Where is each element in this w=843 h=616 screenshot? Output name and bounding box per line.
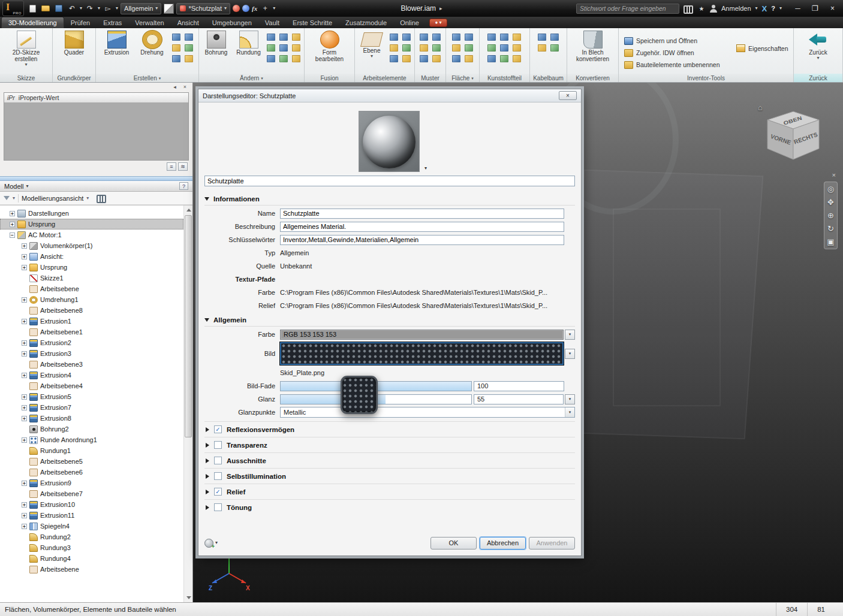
material-dropdown[interactable]: Allgemein▾ xyxy=(121,3,161,14)
tree-expand-toggle[interactable] xyxy=(22,535,27,540)
collapse-triangle-icon[interactable] xyxy=(204,318,209,322)
maximize-button[interactable]: ❐ xyxy=(807,2,823,14)
qat-customize-caret-icon[interactable]: ▾ xyxy=(273,6,275,11)
tree-item[interactable]: Runde Anordnung1 xyxy=(0,434,183,445)
panel-label-fusion[interactable]: Fusion xyxy=(305,74,354,82)
tree-expand-toggle[interactable] xyxy=(22,459,27,464)
select-caret-icon[interactable]: ▾ xyxy=(565,407,574,417)
tree-expand-toggle[interactable] xyxy=(10,232,15,238)
ribbon-tab[interactable]: Online xyxy=(393,17,426,28)
signin-link[interactable]: Anmelden xyxy=(721,5,751,12)
panel-splitter[interactable] xyxy=(0,176,192,181)
small-tool-button[interactable] xyxy=(401,54,412,64)
appearance-options-button[interactable]: ▾ xyxy=(204,539,218,548)
small-tool-button[interactable] xyxy=(278,32,289,42)
cancel-button[interactable]: Abbrechen xyxy=(480,537,526,549)
tree-item[interactable]: Extrusion4 xyxy=(0,370,183,381)
tree-item[interactable]: Ansicht: xyxy=(0,251,183,262)
model-help-icon[interactable]: ? xyxy=(179,182,188,190)
tree-item[interactable]: Volumenkörper(1) xyxy=(0,240,183,251)
small-tool-button[interactable] xyxy=(183,43,194,53)
expand-triangle-icon[interactable] xyxy=(206,443,209,448)
small-tool-button[interactable] xyxy=(451,32,462,42)
viewcube-home-icon[interactable]: ⌂ xyxy=(758,103,763,112)
convert-to-sheetmetal-button[interactable]: In Blech konvertieren xyxy=(574,30,612,63)
tree-expand-toggle[interactable] xyxy=(22,448,27,454)
panel-label-kabelbaum[interactable]: Kabelbaum xyxy=(530,74,567,82)
user-icon[interactable] xyxy=(710,5,717,13)
tree-item[interactable]: Rundung2 xyxy=(0,532,183,542)
small-tool-button[interactable] xyxy=(389,54,399,64)
ribbon-tab[interactable]: 3D-Modellierung xyxy=(1,17,64,28)
tree-expand-toggle[interactable] xyxy=(22,556,27,561)
scroll-up-arrow[interactable] xyxy=(184,206,192,215)
select-caret-icon[interactable]: ▾ xyxy=(116,6,118,11)
tree-expand-toggle[interactable] xyxy=(22,567,27,572)
small-tool-button[interactable] xyxy=(171,32,182,42)
image-dropdown-button[interactable]: ▾ xyxy=(565,349,575,359)
dialog-titlebar[interactable]: Darstellungseditor: Schutzplatte × xyxy=(198,89,581,102)
panel-label-flaeche[interactable]: Fläche▾ xyxy=(446,74,479,82)
viewcube[interactable]: ⌂ OBEN VORNE RECHTS xyxy=(760,107,826,164)
signin-caret-icon[interactable]: ▾ xyxy=(755,6,758,11)
tree-item[interactable]: Spiegeln4 xyxy=(0,521,183,532)
tree-expand-toggle[interactable] xyxy=(22,491,27,497)
panel-label-muster[interactable]: Muster xyxy=(415,74,445,82)
small-tool-button[interactable] xyxy=(266,54,276,64)
panel-label-kunststoffteil[interactable]: Kunststoffteil xyxy=(480,74,529,82)
section-checkbox[interactable] xyxy=(214,425,222,433)
panel-close-icon[interactable]: × xyxy=(181,84,189,90)
tree-expand-toggle[interactable] xyxy=(10,211,15,216)
small-tool-button[interactable] xyxy=(401,32,412,42)
small-tool-button[interactable] xyxy=(537,32,547,42)
section-checkbox[interactable] xyxy=(214,472,222,480)
collapsed-section-row[interactable]: Tönung xyxy=(204,499,575,515)
ribbon-tab[interactable]: Erste Schritte xyxy=(286,17,339,28)
collapsed-section-row[interactable]: Ausschnitte xyxy=(204,452,575,468)
tree-item[interactable]: Umdrehung1 xyxy=(0,294,183,305)
redo-icon[interactable]: ↷ xyxy=(85,3,95,14)
navbar-close-icon[interactable]: × xyxy=(832,171,836,179)
measure-plus-icon[interactable]: + xyxy=(260,3,270,14)
panel-label-erstellen[interactable]: Erstellen▾ xyxy=(96,74,198,82)
texture-image-field[interactable] xyxy=(280,342,564,365)
iproperty-list-icon[interactable]: ≡ xyxy=(167,162,176,171)
small-tool-button[interactable] xyxy=(499,43,510,53)
tree-expand-toggle[interactable] xyxy=(22,405,27,410)
tree-expand-toggle[interactable] xyxy=(22,524,27,529)
panel-label-grundkoerper[interactable]: Grundkörper xyxy=(53,74,95,82)
small-tool-button[interactable] xyxy=(401,43,412,53)
glanzpunkte-select[interactable]: Metallic ▾ xyxy=(280,407,575,418)
fillet-button[interactable]: Rundung xyxy=(233,30,264,56)
small-tool-button[interactable] xyxy=(431,43,442,53)
edit-form-button[interactable]: Form bearbeiten xyxy=(313,30,347,63)
tree-expand-toggle[interactable] xyxy=(22,297,27,303)
info-name-input[interactable] xyxy=(280,209,564,219)
revolve-button[interactable]: Drehung xyxy=(136,30,169,56)
small-tool-button[interactable] xyxy=(463,54,474,64)
small-tool-button[interactable] xyxy=(389,43,399,53)
small-tool-button[interactable] xyxy=(291,54,302,64)
eigenschaften-button[interactable]: Eigenschaften xyxy=(736,44,788,52)
small-tool-button[interactable] xyxy=(419,32,429,42)
ok-button[interactable]: OK xyxy=(430,537,477,549)
small-tool-button[interactable] xyxy=(549,43,560,53)
tree-item[interactable]: Extrusion8 xyxy=(0,413,183,424)
color-override-swatch[interactable] xyxy=(164,4,174,14)
collapsed-section-row[interactable]: Reflexionsvermögen xyxy=(204,421,575,437)
tree-expand-toggle[interactable] xyxy=(22,276,27,281)
favorites-star-icon[interactable]: ★ xyxy=(697,3,706,14)
ribbon-tab[interactable]: Zusatzmodule xyxy=(339,17,393,28)
bild-fade-value[interactable]: 100 xyxy=(474,381,564,391)
small-tool-button[interactable] xyxy=(537,43,547,53)
color-value-field[interactable]: RGB 153 153 153 xyxy=(280,330,564,340)
tree-item[interactable]: Extrusion5 xyxy=(0,391,183,402)
apply-button[interactable]: Anwenden xyxy=(529,537,575,549)
description-input[interactable] xyxy=(280,222,564,232)
ribbon-tab[interactable]: Vault xyxy=(258,17,286,28)
panel-label-arbeitselemente[interactable]: Arbeitselemente xyxy=(355,74,414,82)
return-button[interactable]: Zurück ▾ xyxy=(802,30,835,61)
options-caret-icon[interactable]: ▾ xyxy=(215,540,218,545)
small-tool-button[interactable] xyxy=(431,54,442,64)
tree-expand-toggle[interactable] xyxy=(22,243,27,249)
